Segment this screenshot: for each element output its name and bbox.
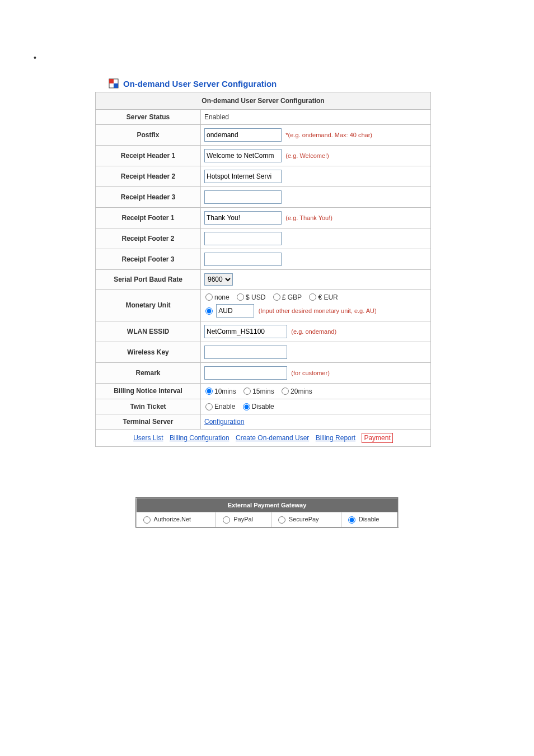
monetary-gbp-radio[interactable] <box>273 293 280 301</box>
billing-interval-label: Billing Notice Interval <box>96 383 201 399</box>
receipt-footer-1-hint: (e.g. Thank You!) <box>285 214 332 221</box>
remark-hint: (for customer) <box>291 370 329 376</box>
monetary-hint: (Input other desired monetary unit, e.g.… <box>259 307 377 314</box>
page-header: On-demand User Server Configuration <box>109 78 444 88</box>
wlan-essid-label: WLAN ESSID <box>96 321 201 342</box>
receipt-footer-3-label: Receipt Footer 3 <box>96 249 201 270</box>
twin-disable-label: Disable <box>252 403 274 410</box>
epg-disable-label: Disable <box>359 516 380 522</box>
wireless-key-label: Wireless Key <box>96 342 201 362</box>
monetary-none-radio[interactable] <box>205 293 213 301</box>
billing-20-radio[interactable] <box>282 388 289 395</box>
monetary-eur-radio[interactable] <box>309 293 316 301</box>
monetary-eur-label: € EUR <box>318 293 338 301</box>
epg-authorize-radio[interactable] <box>143 516 151 524</box>
config-icon <box>109 78 119 88</box>
receipt-header-1-label: Receipt Header 1 <box>96 146 201 166</box>
billing-15-label: 15mins <box>252 388 274 395</box>
table-title: On-demand User Server Configuration <box>96 92 431 110</box>
billing-10-radio[interactable] <box>205 388 213 395</box>
page-title: On-demand User Server Configuration <box>123 79 277 88</box>
receipt-header-3-label: Receipt Header 3 <box>96 187 201 208</box>
epg-authorize-label: Authorize.Net <box>153 516 191 522</box>
postfix-input[interactable] <box>204 128 282 142</box>
receipt-footer-3-input[interactable] <box>204 253 282 266</box>
server-status-value: Enabled <box>201 110 431 125</box>
monetary-usd-radio[interactable] <box>237 293 244 301</box>
epg-disable-radio[interactable] <box>348 516 355 524</box>
baud-rate-label: Serial Port Baud Rate <box>96 270 201 290</box>
monetary-none-label: none <box>214 293 229 301</box>
svg-rect-2 <box>114 83 118 88</box>
users-list-link[interactable]: Users List <box>133 434 163 442</box>
receipt-footer-1-input[interactable] <box>204 211 282 225</box>
epg-securepay-radio[interactable] <box>278 516 285 524</box>
epg-securepay-label: SecurePay <box>289 516 319 522</box>
monetary-unit-label: Monetary Unit <box>96 290 201 321</box>
monetary-gbp-label: £ GBP <box>282 293 302 301</box>
epg-paypal-label: PayPal <box>233 516 253 522</box>
server-status-label: Server Status <box>96 110 201 125</box>
create-user-link[interactable]: Create On-demand User <box>236 434 309 442</box>
twin-enable-radio[interactable] <box>205 403 213 410</box>
wireless-key-input[interactable] <box>204 346 287 359</box>
postfix-label: Postfix <box>96 125 201 146</box>
receipt-header-2-input[interactable] <box>204 170 282 183</box>
receipt-footer-1-label: Receipt Footer 1 <box>96 208 201 228</box>
config-table: On-demand User Server Configuration Serv… <box>95 92 431 447</box>
billing-report-link[interactable]: Billing Report <box>316 434 355 442</box>
receipt-header-3-input[interactable] <box>204 190 282 204</box>
svg-rect-1 <box>109 79 114 83</box>
billing-20-label: 20mins <box>291 388 312 395</box>
list-bullet: • <box>34 53 36 62</box>
billing-config-link[interactable]: Billing Configuration <box>170 434 229 442</box>
receipt-header-1-input[interactable] <box>204 149 282 162</box>
wlan-essid-input[interactable] <box>204 325 287 338</box>
twin-ticket-label: Twin Ticket <box>96 399 201 414</box>
receipt-header-2-label: Receipt Header 2 <box>96 166 201 187</box>
remark-label: Remark <box>96 362 201 383</box>
postfix-hint: *(e.g. ondemand. Max: 40 char) <box>285 132 372 138</box>
receipt-footer-2-input[interactable] <box>204 232 282 245</box>
wlan-essid-hint: (e.g. ondemand) <box>291 328 336 335</box>
external-payment-gateway-table: External Payment Gateway Authorize.Net P… <box>135 497 399 528</box>
receipt-footer-2-label: Receipt Footer 2 <box>96 228 201 249</box>
bottom-links-row: Users List Billing Configuration Create … <box>96 430 431 447</box>
monetary-usd-label: $ USD <box>246 293 265 301</box>
monetary-custom-input[interactable] <box>216 304 254 318</box>
receipt-header-1-hint: (e.g. Welcome!) <box>285 152 329 159</box>
remark-input[interactable] <box>204 366 287 380</box>
billing-10-label: 10mins <box>214 388 236 395</box>
epg-paypal-radio[interactable] <box>223 516 230 524</box>
monetary-custom-radio[interactable] <box>205 307 213 315</box>
twin-enable-label: Enable <box>214 403 235 410</box>
payment-link[interactable]: Payment <box>362 433 392 443</box>
terminal-server-label: Terminal Server <box>96 414 201 430</box>
terminal-config-link[interactable]: Configuration <box>204 418 244 426</box>
twin-disable-radio[interactable] <box>243 403 250 410</box>
epg-title: External Payment Gateway <box>136 498 398 512</box>
billing-15-radio[interactable] <box>243 388 251 395</box>
baud-rate-select[interactable]: 9600 <box>204 273 233 286</box>
